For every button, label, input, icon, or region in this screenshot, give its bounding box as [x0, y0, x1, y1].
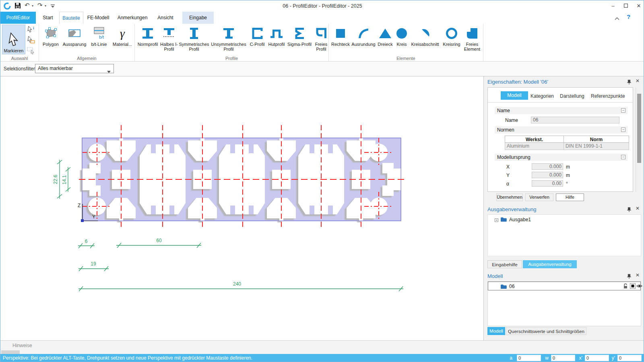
hutprofil-button[interactable]: Hutprofil [266, 25, 287, 47]
pin-icon[interactable] [627, 207, 632, 214]
tab-profileditor[interactable]: ProfilEditor [0, 12, 36, 24]
freies-element-label: Freies Element [462, 42, 482, 51]
close-panel-icon[interactable]: ✕ [636, 206, 640, 211]
sigma-profil-button[interactable]: Sigma-Profil [287, 25, 312, 47]
dreieck-label: Dreieck [378, 42, 392, 47]
coord-x-input[interactable]: 0 [585, 355, 609, 361]
unsymmetrisches-profil-label: Unsymmetrisches Profil [209, 42, 248, 51]
selektionsfilter-dropdown[interactable]: Alles markierbar [35, 64, 114, 73]
coord-w-input[interactable]: 0 [551, 355, 575, 361]
c-profile-icon [250, 25, 264, 42]
collapse-section-icon[interactable]: − [621, 108, 625, 113]
free-element-icon [465, 25, 479, 42]
pin-icon[interactable] [627, 274, 632, 281]
alpha-input[interactable]: 0.00 [532, 180, 563, 187]
freies-profil-button[interactable]: Freies Profil [312, 25, 330, 51]
tab-bauteile[interactable]: Bauteile [59, 12, 83, 24]
selektionsfilter-label: Selektionsfilter [4, 62, 35, 76]
alpha-unit: ° [566, 181, 568, 187]
hinweise-strip: Hinweise [0, 340, 644, 354]
c-profil-button[interactable]: C-Profil [248, 25, 266, 47]
close-window-button[interactable]: ✕ [633, 0, 644, 12]
rechteck-button[interactable]: Rechteck [330, 25, 351, 47]
normprofil-button[interactable]: Normprofil [136, 25, 159, 47]
collapse-section-icon[interactable]: − [621, 155, 625, 159]
drawing-canvas[interactable]: 22.6 14.1 6 60 19 240 Z Y [1, 76, 483, 340]
name-input[interactable]: 06 [531, 117, 619, 123]
tab-anmerkungen[interactable]: Anmerkungen [113, 12, 152, 24]
prop-tab-kategorien[interactable]: Kategorien [530, 93, 554, 99]
group-label-profile: Profile [135, 56, 328, 61]
markieren-button[interactable]: Markieren [2, 25, 25, 54]
y-input[interactable]: 0.000 [532, 172, 563, 178]
verwerfen-button[interactable]: Verwerfen [525, 193, 553, 201]
dim-19: 19 [91, 261, 96, 267]
tab-eingabe[interactable]: Eingabe [182, 12, 214, 24]
uebernehmen-button[interactable]: Übernehmen [496, 193, 523, 201]
ausrundung-button[interactable]: Ausrundung [351, 25, 376, 47]
close-panel-icon[interactable]: ✕ [636, 78, 640, 84]
hinweise-tab-marker [1, 350, 20, 354]
material-button[interactable]: γ Material... [110, 25, 134, 47]
tab-modell-bottom[interactable]: Modell [487, 327, 505, 335]
tree-item-ausgabe1[interactable]: Ausgabe1 [509, 217, 531, 222]
minimize-button[interactable]: – [607, 0, 619, 12]
x-input[interactable]: 0.000 [532, 163, 563, 170]
kreisabschnitt-button[interactable]: Kreisabschnitt [409, 25, 441, 47]
ausgaben-panel-title: Ausgabenverwaltung [487, 206, 536, 212]
maximize-button[interactable] [620, 0, 632, 12]
collapse-ribbon-icon[interactable] [615, 15, 619, 22]
select-add-box-cursor-icon[interactable] [27, 36, 36, 45]
tab-ansicht[interactable]: Ansicht [153, 12, 178, 24]
tab-ausgabenverwaltung[interactable]: Ausgabenverwaltung [523, 260, 577, 268]
help-icon[interactable]: ? [627, 13, 630, 20]
svg-text:b/t: b/t [99, 35, 104, 39]
profile-drawing[interactable]: 22.6 14.1 6 60 19 240 Z Y [1, 76, 483, 340]
aussparung-label: Aussparung [63, 42, 87, 47]
select-info-cursor-icon[interactable]: i [27, 25, 36, 34]
symmetrisches-profil-button[interactable]: Symmetrisches Profil [179, 25, 209, 51]
tab-eingabehilfe[interactable]: Eingabehilfe [487, 260, 522, 268]
lock-icon[interactable] [623, 283, 628, 291]
bt-linie-button[interactable]: b/t b/t-Linie [88, 25, 110, 47]
werkst-cell[interactable]: Aluminium [505, 143, 564, 150]
halbes-i-profil-button[interactable]: Halbes I-Profil [159, 25, 179, 51]
kreisring-button[interactable]: Kreisring [441, 25, 462, 47]
tab-querschnittswerte[interactable]: Querschnittswerte und Schnittgrößen [506, 327, 586, 335]
properties-scrollbar[interactable] [636, 87, 642, 192]
unsymmetrisches-profil-button[interactable]: Unsymmetrisches Profil [209, 25, 248, 51]
hinweise-tab[interactable]: Hinweise [12, 343, 32, 348]
pin-icon[interactable] [627, 79, 632, 86]
polygon-button[interactable]: Polygon [40, 25, 61, 47]
select-window-cursor-icon[interactable] [27, 46, 36, 55]
freies-element-button[interactable]: Freies Element [462, 25, 482, 51]
close-panel-icon[interactable]: ✕ [636, 272, 640, 278]
aussparung-button[interactable]: Aussparung [61, 25, 88, 47]
prop-tab-modell[interactable]: Modell [501, 91, 528, 100]
prop-tab-darstellung[interactable]: Darstellung [560, 93, 584, 99]
prop-tab-referenzpunkte[interactable]: Referenzpunkte [591, 93, 625, 99]
color-swatch-icon[interactable] [630, 283, 636, 290]
y-unit: m [566, 173, 570, 178]
dreieck-button[interactable]: Dreieck [376, 25, 394, 47]
coord-a-label: a [504, 354, 512, 362]
folder-icon [500, 216, 507, 224]
norm-cell[interactable]: DIN EN 1999-1-1 [564, 143, 629, 150]
polygon-icon [43, 25, 58, 42]
collapse-section-icon[interactable]: − [621, 128, 625, 132]
kreis-button[interactable]: Kreis [394, 25, 409, 47]
ribbon-group-allgemein: Polygon Aussparung b/t b/t-Linie γ [39, 24, 135, 61]
tree-expand-icon[interactable]: + [495, 218, 498, 222]
triangle-icon [378, 25, 392, 42]
dim-60: 60 [156, 238, 162, 243]
modell-row[interactable]: 06 [488, 282, 641, 290]
scrollbar-thumb[interactable] [637, 94, 641, 163]
coord-a-input[interactable]: 0 [517, 355, 541, 361]
visibility-eye-icon[interactable] [636, 283, 642, 290]
coord-y-input[interactable]: 0 [617, 355, 642, 361]
group-label-auswahl: Auswahl [0, 56, 39, 61]
tab-fe-modell[interactable]: FE-Modell [84, 12, 112, 24]
hilfe-button[interactable]: Hilfe [556, 193, 584, 201]
status-message: Perspektive: Bei gedrückter ALT-Taste, D… [3, 354, 252, 362]
tab-start[interactable]: Start [37, 12, 58, 24]
